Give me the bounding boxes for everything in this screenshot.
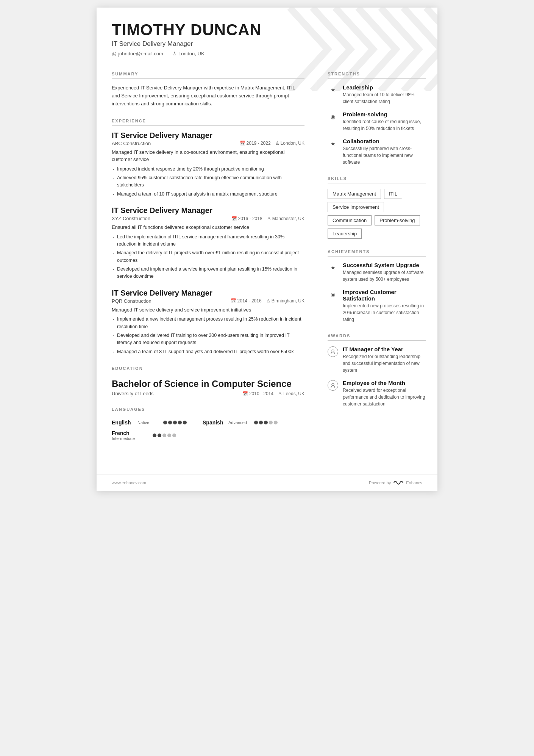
strength-name-3: Collaboration (343, 138, 426, 144)
award-item-2: Employee of the Month Received award for… (328, 380, 426, 407)
lang-level-french: Intermediate (112, 436, 150, 441)
dot (183, 421, 187, 424)
loc-icon-3: ♙ (266, 298, 270, 304)
candidate-name: TIMOTHY DUNCAN (112, 21, 422, 39)
bullet-3-3: Managed a team of 8 IT support analysts … (112, 348, 304, 355)
strength-desc-1: Managed team of 10 to deliver 98% client… (343, 91, 426, 105)
exp-bullets-1: Improved incident response time by 20% t… (112, 166, 304, 198)
award-name-1: IT Manager of the Year (343, 346, 426, 352)
bullet-2-1: Led the implementation of ITIL service m… (112, 233, 304, 248)
bullet-1-1: Improved incident response time by 20% t… (112, 166, 304, 173)
dot (172, 434, 176, 437)
strength-icon-2: ◉ (328, 111, 338, 122)
award-desc-1: Recognized for outstanding leadership an… (343, 353, 426, 374)
strength-icon-3: ★ (328, 138, 338, 149)
experience-title: EXPERIENCE (112, 119, 304, 126)
achievement-desc-2: Implemented new processes resulting in 2… (343, 302, 426, 323)
header-contact: @ johndoe@email.com ♙ London, UK (112, 51, 422, 56)
lang-dots-french (153, 434, 176, 437)
edu-calendar-icon: 📅 (242, 391, 248, 396)
edu-dates: 2010 - 2014 (249, 391, 273, 396)
enhancv-logo-icon (393, 480, 404, 486)
email-icon: @ (112, 51, 117, 56)
exp-desc-1: Managed IT service delivery in a co-sour… (112, 149, 304, 163)
exp-item-2: IT Service Delivery Manager XYZ Construc… (112, 206, 304, 280)
exp-loc-1: ♙ London, UK (275, 141, 304, 146)
edu-degree: Bachelor of Science in Computer Science (112, 379, 304, 389)
strength-item-2: ◉ Problem-solving Identified root cause … (328, 111, 426, 132)
exp-title-2: IT Service Delivery Manager (112, 206, 304, 215)
header-section: TIMOTHY DUNCAN IT Service Delivery Manag… (97, 8, 437, 64)
exp-company-1: ABC Construction (112, 141, 151, 146)
skill-4: Communication (328, 215, 372, 225)
edu-loc-icon: ♙ (278, 391, 282, 396)
exp-title-1: IT Service Delivery Manager (112, 131, 304, 140)
edu-location: Leeds, UK (283, 391, 304, 396)
exp-item-3: IT Service Delivery Manager PQR Construc… (112, 289, 304, 355)
skill-6: Leadership (328, 229, 362, 239)
languages-grid: English Native Spa (112, 419, 304, 441)
lang-name-french: French (112, 430, 150, 436)
award-desc-2: Received award for exceptional performan… (343, 387, 426, 407)
calendar-icon-1: 📅 (240, 141, 245, 146)
powered-by-text: Powered by (369, 481, 391, 485)
award-text-1: IT Manager of the Year Recognized for ou… (343, 346, 426, 374)
edu-school: University of Leeds (112, 391, 154, 396)
skill-3: Service Improvement (328, 202, 384, 212)
award-text-2: Employee of the Month Received award for… (343, 380, 426, 407)
footer-website: www.enhancv.com (112, 481, 146, 485)
strength-desc-2: Identified root cause of recurring issue… (343, 118, 426, 132)
lang-dots-spanish (254, 421, 278, 424)
bullet-1-2: Achieved 95% customer satisfaction rate … (112, 174, 304, 189)
achievement-icon-2: ◉ (328, 289, 338, 300)
award-icon-2 (328, 380, 338, 391)
exp-details-1: 📅 2019 - 2022 ♙ London, UK (240, 141, 304, 146)
achievements-title: ACHIEVEMENTS (328, 249, 426, 257)
strength-desc-3: Successfully partnered with cross-functi… (343, 145, 426, 166)
bullet-3-2: Developed and delivered IT training to o… (112, 332, 304, 347)
achievement-desc-1: Managed seamless upgrade of software sys… (343, 269, 426, 283)
skill-5: Problem-solving (375, 215, 420, 225)
exp-company-3: PQR Construction (112, 298, 151, 304)
strength-text-3: Collaboration Successfully partnered wit… (343, 138, 426, 166)
exp-loc-3: ♙ Birmingham, UK (266, 298, 304, 304)
location-value: London, UK (178, 51, 205, 56)
exp-loc-2: ♙ Manchester, UK (267, 216, 304, 221)
strength-item-3: ★ Collaboration Successfully partnered w… (328, 138, 426, 166)
awards-title: AWARDS (328, 333, 426, 341)
location-icon: ♙ (172, 51, 177, 56)
summary-section: SUMMARY Experienced IT Service Delivery … (112, 72, 304, 108)
dot (168, 421, 172, 424)
summary-title: SUMMARY (112, 72, 304, 79)
exp-dates-2: 📅 2016 - 2018 (231, 216, 262, 221)
exp-item-1: IT Service Delivery Manager ABC Construc… (112, 131, 304, 198)
dot (153, 434, 156, 437)
dot (274, 421, 278, 424)
strength-item-1: ★ Leadership Managed team of 10 to deliv… (328, 84, 426, 105)
brand-name: Enhancv (406, 481, 422, 485)
email-value: johndoe@email.com (118, 51, 163, 56)
exp-meta-3: PQR Construction 📅 2014 - 2016 ♙ Birming… (112, 298, 304, 304)
loc-icon-2: ♙ (267, 216, 271, 221)
lang-english: English Native (112, 419, 203, 426)
calendar-icon-2: 📅 (231, 216, 237, 221)
education-section: EDUCATION Bachelor of Science in Compute… (112, 366, 304, 396)
email-contact: @ johndoe@email.com (112, 51, 163, 56)
strength-name-1: Leadership (343, 84, 426, 91)
exp-dates-1: 📅 2019 - 2022 (240, 141, 271, 146)
bullet-3-1: Implemented a new incident management pr… (112, 316, 304, 330)
calendar-icon-3: 📅 (231, 298, 236, 304)
edu-dates-item: 📅 2010 - 2014 (242, 391, 273, 396)
svg-point-1 (332, 383, 334, 386)
location-contact: ♙ London, UK (172, 51, 205, 56)
lang-level-spanish: Advanced (228, 420, 251, 425)
achievement-text-1: Successful System Upgrade Managed seamle… (343, 262, 426, 283)
skills-section: SKILLS Matrix Management ITIL Service Im… (328, 176, 426, 239)
exp-desc-2: Ensured all IT functions delivered excep… (112, 224, 304, 231)
achievement-text-2: Improved Customer Satisfaction Implement… (343, 289, 426, 323)
exp-title-3: IT Service Delivery Manager (112, 289, 304, 297)
dot (264, 421, 268, 424)
lang-level-english: Native (137, 420, 160, 425)
exp-dates-3: 📅 2014 - 2016 (231, 298, 262, 304)
award-name-2: Employee of the Month (343, 380, 426, 386)
